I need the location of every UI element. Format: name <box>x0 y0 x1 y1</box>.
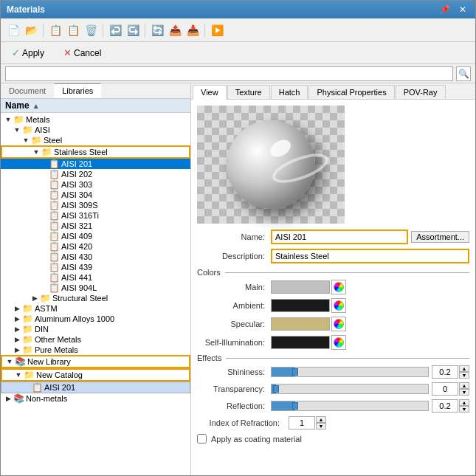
tab-physical-properties[interactable]: Physical Properties <box>308 85 394 99</box>
tree-item-metals[interactable]: ▼ 📁 Metals <box>1 114 190 125</box>
tree-item-other-metals[interactable]: ▶ 📁 Other Metals <box>1 334 190 345</box>
tree-item-aisi-420[interactable]: 📋 AISI 420 <box>1 241 190 252</box>
tree-item-aisi-201[interactable]: 📋 AISI 201 <box>1 159 190 169</box>
run-button[interactable]: ▶️ <box>209 22 225 38</box>
transparency-thumb[interactable] <box>273 385 279 393</box>
apply-button[interactable]: ✓ Apply <box>5 45 51 61</box>
tree-item-new-catalog[interactable]: ▼ 📁 New Catalog <box>1 368 190 382</box>
shininess-up[interactable]: ▲ <box>459 365 469 372</box>
search-input[interactable] <box>5 66 453 81</box>
specular-color-picker[interactable] <box>331 317 346 331</box>
expand-astm[interactable]: ▶ <box>13 304 21 313</box>
tree-item-aisi-409[interactable]: 📋 AISI 409 <box>1 231 190 241</box>
transparency-track[interactable] <box>271 384 429 394</box>
search-button[interactable]: 🔍 <box>456 66 471 81</box>
main-color-swatch[interactable] <box>271 280 330 294</box>
sort-icon[interactable]: ▲ <box>32 102 40 110</box>
shininess-track[interactable] <box>271 367 429 377</box>
tree-item-aisi-202[interactable]: 📋 AISI 202 <box>1 169 190 179</box>
tree-item-steel[interactable]: ▼ 📁 Steel <box>1 135 190 145</box>
expand-aisi[interactable]: ▼ <box>13 125 21 134</box>
expand-structural[interactable]: ▶ <box>30 294 39 303</box>
tab-document[interactable]: Document <box>1 83 54 98</box>
tree-item-din[interactable]: ▶ 📁 DIN <box>1 324 190 334</box>
expand-new-library[interactable]: ▼ <box>5 357 14 366</box>
assortment-button[interactable]: Assortment... <box>411 231 469 243</box>
transparency-down[interactable]: ▼ <box>459 389 469 396</box>
open-button[interactable]: 📂 <box>23 22 39 38</box>
transparency-up[interactable]: ▲ <box>459 382 469 389</box>
ior-up[interactable]: ▲ <box>316 416 326 423</box>
main-color-picker[interactable] <box>331 280 346 294</box>
tree-item-non-metals[interactable]: ▶ 📚 Non-metals <box>1 393 190 404</box>
tree-item-aisi-430[interactable]: 📋 AISI 430 <box>1 252 190 262</box>
coating-checkbox[interactable] <box>197 434 207 444</box>
tree-item-aisi-316ti[interactable]: 📋 AISI 316Ti <box>1 210 190 221</box>
tree-item-pure-metals[interactable]: ▶ 📁 Pure Metals <box>1 345 190 355</box>
cancel-button[interactable]: ✕ Cancel <box>57 45 108 61</box>
tree-item-aisi-309s[interactable]: 📋 AISI 309S <box>1 200 190 210</box>
tree-item-aisi-321[interactable]: 📋 AISI 321 <box>1 221 190 231</box>
shininess-down[interactable]: ▼ <box>459 372 469 379</box>
specular-color-swatch[interactable] <box>271 317 330 331</box>
tree-item-aisi[interactable]: ▼ 📁 AISI <box>1 125 190 135</box>
reflection-value[interactable] <box>432 399 458 413</box>
expand-metals[interactable]: ▼ <box>4 115 13 124</box>
undo-button[interactable]: ↩️ <box>107 22 123 38</box>
tree-item-aisi-439[interactable]: 📋 AISI 439 <box>1 262 190 272</box>
tree-item-astm[interactable]: ▶ 📁 ASTM <box>1 303 190 314</box>
tab-pov-ray[interactable]: POV-Ray <box>396 85 446 99</box>
non-metals-icon: 📚 <box>13 394 24 403</box>
reflection-up[interactable]: ▲ <box>459 399 469 406</box>
name-input[interactable] <box>271 230 408 244</box>
expand-aluminum[interactable]: ▶ <box>13 314 21 323</box>
ambient-color-swatch[interactable] <box>271 299 330 312</box>
tree-item-aisi-303[interactable]: 📋 AISI 303 <box>1 179 190 190</box>
tree-item-new-library[interactable]: ▼ 📚 New Library <box>1 355 190 368</box>
tab-texture[interactable]: Texture <box>227 85 270 99</box>
self-illum-picker[interactable] <box>331 335 346 350</box>
transparency-value[interactable] <box>432 382 458 396</box>
tree-item-aisi-904l[interactable]: 📋 AISI 904L <box>1 283 190 293</box>
redo-button[interactable]: ↪️ <box>125 22 141 38</box>
tab-hatch[interactable]: Hatch <box>271 85 308 99</box>
description-input[interactable] <box>271 249 469 263</box>
folder-icon: 📁 <box>23 370 35 379</box>
import-button[interactable]: 📥 <box>184 22 201 38</box>
delete-button[interactable]: 🗑️ <box>83 22 99 38</box>
pin-button[interactable]: 📌 <box>436 4 453 15</box>
tab-view[interactable]: View <box>193 85 227 100</box>
tree-item-aisi-441[interactable]: 📋 AISI 441 <box>1 272 190 283</box>
shininess-value[interactable] <box>432 365 458 379</box>
paste-button[interactable]: 📋 <box>65 22 81 38</box>
expand-steel[interactable]: ▼ <box>21 136 30 145</box>
ior-down[interactable]: ▼ <box>316 423 326 430</box>
copy-button[interactable]: 📋 <box>47 22 63 38</box>
new-button[interactable]: 📄 <box>5 22 21 38</box>
tree-item-aisi-304[interactable]: 📋 AISI 304 <box>1 190 190 200</box>
tree-item-aisi-201-copy[interactable]: 📋 AISI 201 <box>1 382 190 393</box>
reflection-thumb[interactable] <box>292 402 298 410</box>
expand-new-catalog[interactable]: ▼ <box>14 370 23 379</box>
tree-item-structural-steel[interactable]: ▶ 📁 Structural Steel <box>1 293 190 303</box>
tree-item-aluminum[interactable]: ▶ 📁 Aluminum Alloys 1000 <box>1 314 190 324</box>
main-content: Document Libraries Name ▲ ▼ 📁 Metals ▼ 📁 <box>1 83 475 475</box>
expand-pure[interactable]: ▶ <box>13 345 21 354</box>
expand-non-metals[interactable]: ▶ <box>4 394 13 403</box>
shininess-thumb[interactable] <box>292 368 298 376</box>
ambient-color-picker[interactable] <box>331 298 346 313</box>
tree-item-stainless-steel[interactable]: ▼ 📁 Stainless Steel <box>1 145 190 159</box>
expand-stainless[interactable]: ▼ <box>32 148 41 156</box>
tab-libraries[interactable]: Libraries <box>54 83 101 98</box>
export-button[interactable]: 📤 <box>167 22 183 38</box>
window-title: Materials <box>7 4 45 15</box>
self-illum-swatch[interactable] <box>271 336 330 349</box>
ior-value[interactable] <box>289 416 315 430</box>
reflection-down[interactable]: ▼ <box>459 406 469 413</box>
expand-din[interactable]: ▶ <box>13 325 21 334</box>
reflection-track[interactable] <box>271 401 429 411</box>
close-button[interactable]: ✕ <box>456 4 469 15</box>
item-label: AISI 316Ti <box>61 211 99 220</box>
expand-other[interactable]: ▶ <box>13 335 21 344</box>
refresh-button[interactable]: 🔄 <box>149 22 165 38</box>
